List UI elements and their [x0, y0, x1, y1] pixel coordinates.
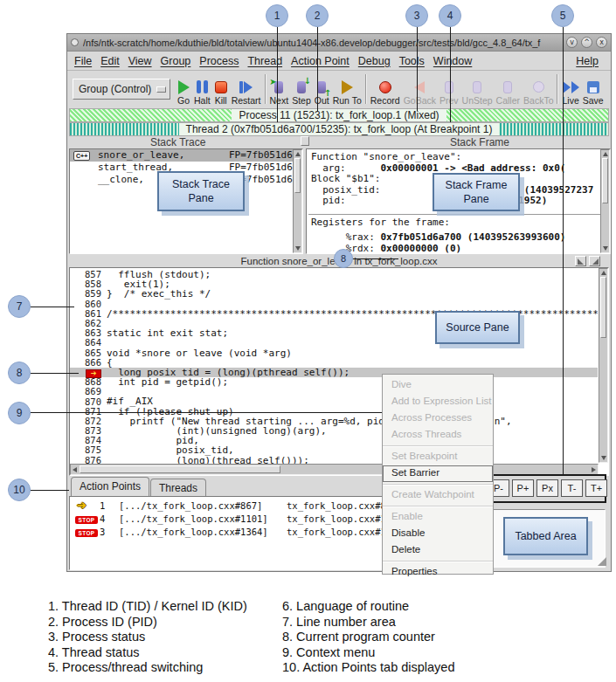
line-number-area[interactable]: ➔875	[70, 445, 107, 455]
source-line[interactable]: ➔870 #if _AIX	[70, 396, 598, 406]
source-line[interactable]: ➔859 } /* exec_this */	[70, 289, 598, 299]
menu-item-add-to-expression-list[interactable]: Add to Expression List	[383, 394, 493, 410]
next-button[interactable]: Next	[268, 72, 291, 107]
source-line[interactable]: ➔875 posix_tid,	[70, 445, 598, 455]
tab-threads[interactable]: Threads	[150, 479, 206, 496]
menu-file[interactable]: File	[74, 55, 92, 67]
scroll-up-icon[interactable]	[601, 271, 606, 275]
pane-splitter-grip[interactable]	[301, 136, 309, 146]
menu-item-create-watchpoint[interactable]: Create Watchpoint	[383, 487, 493, 504]
source-line[interactable]: ➔869	[70, 387, 598, 396]
line-number-area[interactable]: ➔864	[70, 338, 107, 348]
stack-trace-scrollbar[interactable]	[293, 149, 302, 253]
scroll-right-icon[interactable]	[592, 467, 596, 472]
callout-line-10	[31, 490, 69, 491]
save-button[interactable]: Save	[581, 72, 606, 107]
record-icon	[379, 79, 391, 94]
thread-minus-button[interactable]: T-	[561, 479, 583, 497]
scroll-up-icon[interactable]	[295, 152, 301, 156]
shade-button[interactable]: v	[566, 37, 578, 48]
scroll-thumb[interactable]	[80, 465, 280, 473]
thread-plus-button[interactable]: T+	[585, 479, 607, 497]
line-number-area[interactable]: ➔859	[70, 289, 107, 299]
backto-button[interactable]: BackTo	[522, 72, 555, 107]
menu-item-across-processes[interactable]: Across Processes	[383, 410, 493, 427]
line-number-area[interactable]: ➔866	[70, 358, 107, 368]
unstep-button[interactable]: UnStep	[460, 72, 495, 107]
caller-button[interactable]: Caller	[495, 72, 522, 107]
scroll-thumb[interactable]	[294, 158, 301, 193]
run-to-button[interactable]: Run To	[331, 72, 363, 107]
kill-button[interactable]: Kill	[212, 72, 230, 107]
go-button[interactable]: Go	[175, 72, 192, 107]
menu-item-dive[interactable]: Dive	[383, 377, 493, 394]
menu-item-properties[interactable]: Properties	[383, 564, 493, 581]
thread-status-bar[interactable]: Thread 2 (0x7fb051d6a700/15235): tx_fork…	[69, 122, 609, 136]
line-number-area[interactable]: ➔865	[70, 348, 107, 358]
source-line[interactable]: ➔858 _exit(1);	[70, 279, 598, 289]
split-pane-icon[interactable]	[575, 256, 586, 266]
source-line[interactable]: ➔872 printf ("New thread starting ... ar…	[70, 417, 598, 426]
line-number-area[interactable]: ➔870	[70, 397, 107, 407]
source-vertical-scrollbar[interactable]	[599, 268, 608, 463]
menu-item-set-barrier[interactable]: Set Barrier	[383, 465, 493, 482]
menu-item-across-threads[interactable]: Across Threads	[383, 427, 493, 444]
menu-item-delete[interactable]: Delete	[383, 542, 493, 559]
scroll-thumb[interactable]	[600, 277, 606, 338]
record-button[interactable]: Record	[369, 72, 402, 107]
restart-button[interactable]: Restart	[230, 72, 263, 107]
menu-item-disable[interactable]: Disable	[383, 526, 493, 542]
menu-item-enable[interactable]: Enable	[383, 509, 493, 526]
action-point-row[interactable]: ➔STOP 4 [.../tx_fork_loop.cxx#1101] tx_f…	[70, 513, 415, 526]
menu-process[interactable]: Process	[199, 55, 239, 67]
source-lines: ➔857 fflush (stdout); ➔858 _exit(1);	[70, 270, 598, 465]
split-pane-icon[interactable]	[589, 256, 600, 266]
scroll-down-icon[interactable]	[603, 246, 608, 251]
menu-window[interactable]: Window	[433, 55, 472, 67]
close-button[interactable]: x	[596, 37, 607, 48]
action-point-row[interactable]: ➔STOP 3 [.../tx_fork_loop.cxx#1364] tx_f…	[70, 526, 415, 539]
stack-trace-pane-label: Stack Trace Pane	[157, 171, 245, 211]
action-point-row[interactable]: ➔STOP 1 [.../tx_fork_loop.cxx#867] tx_fo…	[70, 499, 415, 513]
stack-trace-row[interactable]: C++ snore_or_leave, FP=7fb051d69f10	[70, 149, 302, 162]
line-number-area[interactable]: ➔869	[70, 387, 107, 396]
source-pane[interactable]: ➔857 fflush (stdout); ➔858 _exit(1);	[69, 267, 609, 476]
scroll-left-icon[interactable]	[73, 467, 77, 472]
action-points-list[interactable]: ➔STOP 1 [.../tx_fork_loop.cxx#867] tx_fo…	[69, 496, 416, 570]
menu-tools[interactable]: Tools	[399, 55, 425, 67]
menu-help[interactable]: Help	[576, 55, 599, 67]
source-line[interactable]: ➔865 void *snore_or_leave (void *arg)	[70, 348, 598, 358]
menu-action-point[interactable]: Action Point	[291, 55, 350, 67]
source-line[interactable]: ➔857 fflush (stdout);	[70, 270, 598, 279]
out-button[interactable]: Out	[313, 72, 331, 107]
menu-item-set-breakpoint[interactable]: Set Breakpoint	[383, 449, 493, 465]
tab-action-points[interactable]: Action Points	[71, 477, 149, 496]
scroll-thumb[interactable]	[602, 158, 608, 203]
stack-frame-scrollbar[interactable]	[600, 149, 610, 253]
resize-grip-icon[interactable]	[598, 557, 606, 566]
source-line[interactable]: ➔ long posix_tid = (long)(pthread_self()…	[70, 368, 598, 377]
scroll-down-icon[interactable]	[601, 456, 606, 460]
source-line[interactable]: ➔860	[70, 300, 598, 309]
source-line[interactable]: ➔868 int pid = getpid();	[70, 377, 598, 387]
menu-edit[interactable]: Edit	[100, 55, 120, 67]
process-plus-button[interactable]: P+	[512, 479, 534, 497]
source-line[interactable]: ➔874 pid,	[70, 436, 598, 445]
source-line[interactable]: ➔866 {	[70, 358, 598, 368]
maximize-button[interactable]: ^	[581, 37, 592, 48]
line-number-area[interactable]: ➔860	[70, 300, 107, 309]
goback-button[interactable]: GoBack	[402, 72, 438, 107]
menu-debug[interactable]: Debug	[358, 55, 391, 67]
scroll-down-icon[interactable]	[295, 246, 301, 251]
source-line[interactable]: ➔873 (int)(unsigned long)(arg),	[70, 426, 598, 436]
menu-view[interactable]: View	[128, 55, 152, 67]
scroll-up-icon[interactable]	[603, 152, 608, 156]
menu-group[interactable]: Group	[161, 55, 191, 67]
title-bar[interactable]: /nfs/ntk-scratch/home/kduthie/bld/totalv…	[67, 34, 611, 52]
halt-button[interactable]: Halt	[192, 72, 212, 107]
process-px-button[interactable]: Px	[536, 479, 558, 497]
group-selector-dropdown[interactable]: Group (Control)	[73, 79, 170, 100]
process-status-bar[interactable]: Process 11 (15231): tx_fork_loop.1 (Mixe…	[69, 108, 609, 122]
step-button[interactable]: Step	[290, 72, 313, 107]
prev-button[interactable]: Prev	[438, 72, 460, 107]
